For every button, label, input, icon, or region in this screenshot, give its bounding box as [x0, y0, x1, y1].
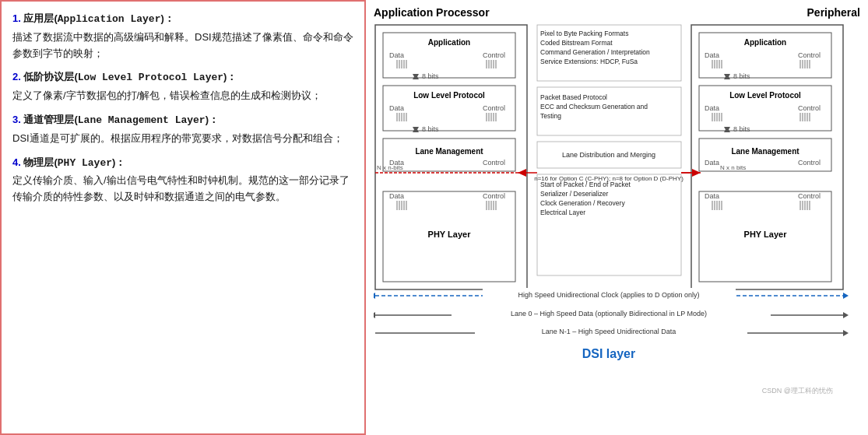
svg-text:Clock Generation / Recovery: Clock Generation / Recovery	[540, 199, 625, 207]
svg-text:Control: Control	[483, 192, 505, 200]
section-1: 1. 应用层(Application Layer)： 描述了数据流中数据的高级编…	[12, 11, 353, 61]
svg-text:Control: Control	[798, 51, 821, 59]
left-panel: 1. 应用层(Application Layer)： 描述了数据流中数据的高级编…	[0, 0, 366, 435]
svg-text:Data: Data	[705, 51, 719, 59]
svg-text:Packet Based Protocol: Packet Based Protocol	[540, 93, 607, 101]
svg-text:Command Generation / Interpret: Command Generation / Interpretation	[540, 48, 650, 56]
svg-text:Control: Control	[483, 159, 505, 167]
svg-text:Data: Data	[705, 192, 719, 200]
svg-text:CSDN @理工科的忧伤: CSDN @理工科的忧伤	[762, 387, 833, 395]
svg-text:Lane Distribution and Merging: Lane Distribution and Merging	[562, 151, 655, 159]
section-1-body: 描述了数据流中数据的高级编码和解释。DSI规范描述了像素值、命令和命令参数到字节…	[12, 30, 353, 62]
svg-text:Pixel to Byte Packing Formats: Pixel to Byte Packing Formats	[540, 30, 628, 37]
svg-rect-69	[691, 25, 843, 289]
svg-rect-0	[375, 25, 527, 289]
diagram-svg: Application Data Control 8 bits Low Leve…	[374, 23, 849, 397]
svg-text:Application: Application	[428, 38, 470, 47]
svg-marker-133	[374, 293, 375, 299]
svg-marker-138	[374, 312, 375, 318]
svg-text:PHY Layer: PHY Layer	[744, 230, 788, 239]
svg-text:Control: Control	[798, 104, 821, 112]
svg-text:Lane Management: Lane Management	[415, 147, 483, 156]
peripheral-label: Peripheral	[807, 6, 860, 19]
svg-text:8 bits: 8 bits	[422, 125, 439, 133]
svg-text:Lane Management: Lane Management	[731, 147, 799, 156]
svg-text:8 bits: 8 bits	[733, 72, 750, 80]
svg-text:High Speed Unidirectional Cloc: High Speed Unidirectional Clock (applies…	[518, 291, 699, 299]
header-row: Application Processor Peripheral	[374, 6, 860, 19]
svg-text:n=16 for Option C (C-PHY); n=8: n=16 for Option C (C-PHY); n=8 for Optio…	[534, 175, 684, 182]
section-4: 4. 物理层(PHY Layer)： 定义传输介质、输入/输出信号电气特性和时钟…	[12, 155, 353, 205]
svg-text:Data: Data	[705, 104, 719, 112]
svg-text:Data: Data	[705, 159, 719, 167]
svg-text:Data: Data	[389, 51, 404, 59]
svg-text:Lane 0 – High Speed Data (opti: Lane 0 – High Speed Data (optionally Bid…	[511, 310, 707, 317]
svg-text:Coded Bitstream Format: Coded Bitstream Format	[540, 39, 613, 47]
svg-text:Low Level Protocol: Low Level Protocol	[729, 91, 801, 100]
svg-text:Application: Application	[744, 38, 786, 47]
svg-text:8 bits: 8 bits	[422, 72, 439, 80]
svg-text:Service Extensions: HDCP, FuSa: Service Extensions: HDCP, FuSa	[540, 58, 638, 65]
section-3-title: 3. 通道管理层(Lane Management Layer)：	[12, 112, 353, 129]
svg-text:ECC and Checksum Generation an: ECC and Checksum Generation and	[540, 103, 648, 111]
svg-marker-142	[843, 330, 849, 336]
right-panel: Application Processor Peripheral Applica…	[366, 0, 868, 435]
section-2-body: 定义了像素/字节数据包的打/解包，错误检查信息的生成和检测协议；	[12, 88, 353, 104]
section-2: 2. 低阶协议层(Low Level Protocol Layer)： 定义了像…	[12, 69, 353, 104]
svg-text:Control: Control	[483, 51, 505, 59]
section-4-title: 4. 物理层(PHY Layer)：	[12, 155, 353, 172]
svg-text:Testing: Testing	[540, 112, 561, 120]
svg-text:Control: Control	[798, 159, 821, 167]
svg-text:Control: Control	[483, 104, 505, 112]
svg-text:Data: Data	[389, 192, 404, 200]
svg-text:N x n-bits: N x n-bits	[377, 164, 403, 171]
section-3: 3. 通道管理层(Lane Management Layer)： DSI通道是可…	[12, 112, 353, 147]
section-4-body: 定义传输介质、输入/输出信号电气特性和时钟机制。规范的这一部分记录了传输介质的特…	[12, 173, 353, 205]
svg-text:8 bits: 8 bits	[733, 125, 750, 133]
svg-text:Data: Data	[389, 104, 404, 112]
svg-text:Control: Control	[798, 192, 821, 200]
svg-text:PHY Layer: PHY Layer	[428, 230, 472, 239]
section-3-body: DSI通道是可扩展的。根据应用程序的带宽要求，对数据信号分配和组合；	[12, 131, 353, 147]
section-1-title: 1. 应用层(Application Layer)：	[12, 11, 353, 28]
svg-text:Lane N-1 – High Speed Unidirec: Lane N-1 – High Speed Unidirectional Dat…	[542, 328, 676, 335]
svg-text:DSI layer: DSI layer	[582, 347, 635, 360]
svg-text:Low Level Protocol: Low Level Protocol	[413, 91, 485, 100]
svg-marker-132	[843, 293, 849, 299]
svg-text:Electrical Layer: Electrical Layer	[540, 209, 585, 216]
section-2-title: 2. 低阶协议层(Low Level Protocol Layer)：	[12, 69, 353, 86]
app-processor-label: Application Processor	[374, 6, 490, 19]
svg-marker-137	[843, 312, 849, 318]
svg-text:N x n bits: N x n bits	[720, 164, 746, 171]
svg-text:Serializer / Deserializer: Serializer / Deserializer	[540, 190, 609, 198]
